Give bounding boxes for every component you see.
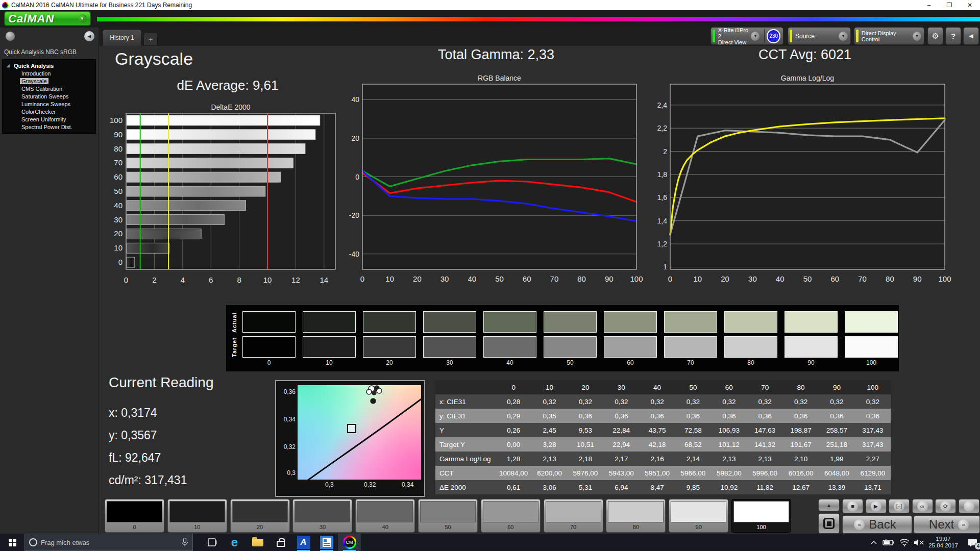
app-a-button[interactable]: A (292, 534, 315, 551)
calman-menu-button[interactable]: CalMAN ▼ (4, 11, 91, 26)
loop-button[interactable]: ⟳ (935, 499, 956, 513)
pattern-button-10[interactable]: 10 (167, 499, 227, 533)
play-button[interactable]: ▶ (866, 499, 887, 513)
deltae-bar-70 (127, 158, 293, 168)
source-dropdown[interactable]: Source ▼ (788, 27, 851, 45)
document-app-icon (320, 536, 333, 549)
restore-button[interactable]: ❐ (939, 2, 960, 9)
edge-button[interactable]: e (223, 534, 246, 551)
sidebar-item-label: Screen Uniformity (20, 116, 67, 122)
sidebar-item-colorchecker[interactable]: ColorChecker (3, 108, 95, 116)
sidebar-item-saturation-sweeps[interactable]: Saturation Sweeps (3, 93, 95, 101)
source-label: Source (795, 33, 815, 40)
pattern-window-button[interactable] (818, 513, 840, 534)
pattern-label: 60 (483, 522, 538, 532)
next-button[interactable]: Next » (914, 515, 980, 534)
stop-button[interactable]: ■ (842, 499, 863, 513)
chevron-down-icon: ▼ (751, 32, 760, 41)
pattern-label: 0 (107, 522, 162, 532)
extra-button[interactable] (959, 499, 979, 513)
cell: 0,35 (531, 412, 567, 420)
pattern-swatch (483, 501, 538, 522)
deltae-bar-50 (127, 186, 265, 196)
deltae-chart: 024681012140102030405060708090100 (108, 110, 342, 291)
tray-expand-button[interactable] (868, 534, 880, 551)
cie-gamut-plot (298, 385, 421, 480)
cell: 317,43 (855, 441, 891, 448)
panel-collapse-button[interactable]: ◀ (963, 27, 979, 45)
pattern-button-60[interactable]: 60 (481, 499, 541, 533)
battery-tray-button[interactable] (881, 534, 896, 551)
cell: 5951,00 (639, 469, 675, 477)
add-tab-button[interactable]: + (143, 32, 158, 46)
svg-text:30: 30 (114, 215, 122, 224)
display-control-dropdown[interactable]: Direct Display Control ▼ (854, 27, 924, 45)
pattern-label: 90 (671, 522, 726, 532)
actual-swatch-70 (664, 311, 717, 333)
back-button[interactable]: « Back (842, 515, 912, 534)
sidebar-top-strip: ◀ (0, 28, 99, 46)
start-button[interactable] (0, 534, 24, 551)
table-row-y: Y0,262,459,5322,8443,7572,58106,93147,63… (435, 423, 891, 437)
step-button[interactable]: [··] (889, 499, 910, 513)
minimize-button[interactable]: – (919, 2, 939, 9)
swatch-column-60: 60 (604, 311, 657, 367)
pattern-button-100[interactable]: 100 (731, 499, 791, 533)
column-header: 80 (783, 384, 819, 391)
clock[interactable]: 19:07 25.04.2017 (922, 534, 965, 551)
tree-root[interactable]: Quick Analysis (3, 62, 95, 70)
help-button[interactable]: ? (945, 27, 961, 45)
wifi-tray-button[interactable] (897, 534, 912, 551)
meter-dropdown[interactable]: X-Rite i1Pro 2 Direct View ▼ 230 (710, 27, 783, 45)
cie-measurement-point-5 (371, 398, 376, 404)
pattern-button-0[interactable]: 0 (105, 499, 164, 533)
pattern-button-70[interactable]: 70 (544, 499, 603, 533)
pattern-label: 30 (295, 522, 350, 532)
taskbar: e A 19:07 25.04.20 (0, 534, 980, 551)
cell: 0,36 (855, 412, 891, 420)
cell: 9,85 (675, 484, 711, 491)
meter-badge[interactable]: 230 (767, 29, 780, 43)
swatch-column-20: 20 (363, 311, 416, 367)
sidebar-item-luminance-sweeps[interactable]: Luminance Sweeps (3, 101, 95, 108)
step-icon: [··] (894, 501, 904, 512)
target-swatch-40 (483, 336, 536, 358)
search-input[interactable] (41, 539, 163, 546)
pattern-up-button[interactable]: ▲ (818, 499, 840, 511)
task-view-button[interactable] (200, 534, 223, 551)
continuous-button[interactable]: ∞ (912, 499, 933, 513)
pattern-swatch (420, 501, 476, 522)
tab-history-1[interactable]: History 1 (102, 29, 142, 46)
pattern-button-90[interactable]: 90 (669, 499, 728, 533)
pattern-button-50[interactable]: 50 (418, 499, 478, 533)
wifi-icon (899, 539, 910, 546)
pattern-button-20[interactable]: 20 (230, 499, 290, 533)
svg-text:40: 40 (776, 274, 785, 283)
sidebar-item-grayscale[interactable]: Grayscale (3, 78, 95, 85)
search-box[interactable] (24, 534, 193, 551)
file-explorer-button[interactable] (246, 534, 269, 551)
svg-text:2,4: 2,4 (657, 101, 668, 109)
table-row--e-2000: ΔE 20000,613,065,316,948,479,8510,9211,8… (435, 480, 891, 494)
pattern-button-40[interactable]: 40 (355, 499, 415, 533)
pattern-button-30[interactable]: 30 (292, 499, 352, 533)
calman-taskbar-button[interactable] (338, 534, 361, 551)
close-button[interactable]: ✕ (960, 2, 980, 9)
app-doc-button[interactable] (315, 534, 338, 551)
chevron-down-icon: ▼ (839, 32, 848, 41)
store-button[interactable] (269, 534, 292, 551)
total-gamma: Total Gamma: 2,33 (353, 47, 639, 63)
cell: 0,29 (496, 412, 531, 420)
action-center-button[interactable]: 4 (965, 534, 980, 551)
swatch-column-90: 90 (785, 311, 838, 367)
pattern-button-80[interactable]: 80 (606, 499, 666, 533)
sidebar-item-cms-calibration[interactable]: CMS Calibration (3, 85, 95, 93)
sidebar-collapse-button[interactable]: ◀ (84, 31, 94, 41)
svg-text:30: 30 (440, 274, 449, 283)
sidebar-item-spectral-power-dist-[interactable]: Spectral Power Dist. (3, 123, 95, 131)
sidebar-item-introduction[interactable]: Introduction (3, 70, 95, 78)
cell: 2,27 (855, 455, 891, 463)
gear-icon[interactable]: ⚙ (927, 27, 943, 45)
record-icon[interactable] (5, 31, 15, 41)
sidebar-item-screen-uniformity[interactable]: Screen Uniformity (3, 116, 95, 123)
